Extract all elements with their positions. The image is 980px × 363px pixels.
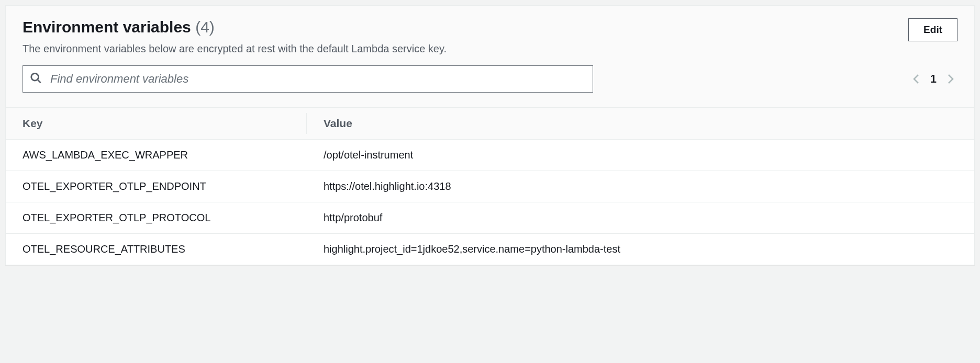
table-row[interactable]: OTEL_EXPORTER_OTLP_PROTOCOLhttp/protobuf bbox=[6, 202, 974, 234]
pagination: 1 bbox=[912, 72, 954, 86]
title-count: (4) bbox=[195, 18, 215, 36]
title-text: Environment variables bbox=[23, 18, 191, 36]
table-header: Key Value bbox=[6, 108, 974, 140]
search-input[interactable] bbox=[23, 65, 593, 93]
cell-value: http/protobuf bbox=[307, 202, 974, 233]
cell-key: OTEL_EXPORTER_OTLP_ENDPOINT bbox=[6, 171, 307, 202]
cell-key: OTEL_RESOURCE_ATTRIBUTES bbox=[6, 234, 307, 265]
table-row[interactable]: OTEL_EXPORTER_OTLP_ENDPOINThttps://otel.… bbox=[6, 171, 974, 202]
env-vars-panel: Environment variables (4) The environmen… bbox=[5, 5, 975, 265]
page-current: 1 bbox=[930, 72, 937, 86]
panel-header: Environment variables (4) The environmen… bbox=[6, 6, 974, 108]
table-body: AWS_LAMBDA_EXEC_WRAPPER/opt/otel-instrum… bbox=[6, 140, 974, 265]
panel-description: The environment variables below are encr… bbox=[23, 41, 447, 56]
cell-key: AWS_LAMBDA_EXEC_WRAPPER bbox=[6, 140, 307, 171]
controls-row: 1 bbox=[23, 65, 957, 93]
table-row[interactable]: OTEL_RESOURCE_ATTRIBUTEShighlight.projec… bbox=[6, 234, 974, 265]
page-prev-button[interactable] bbox=[912, 73, 921, 85]
cell-value: /opt/otel-instrument bbox=[307, 140, 974, 171]
cell-key: OTEL_EXPORTER_OTLP_PROTOCOL bbox=[6, 202, 307, 233]
cell-value: https://otel.highlight.io:4318 bbox=[307, 171, 974, 202]
page-next-button[interactable] bbox=[946, 73, 954, 85]
column-header-value[interactable]: Value bbox=[307, 108, 974, 139]
column-header-key[interactable]: Key bbox=[6, 108, 307, 139]
title-row: Environment variables (4) The environmen… bbox=[23, 18, 957, 56]
panel-title: Environment variables (4) bbox=[23, 18, 447, 36]
table-row[interactable]: AWS_LAMBDA_EXEC_WRAPPER/opt/otel-instrum… bbox=[6, 140, 974, 171]
cell-value: highlight.project_id=1jdkoe52,service.na… bbox=[307, 234, 974, 265]
title-block: Environment variables (4) The environmen… bbox=[23, 18, 447, 56]
search-wrap bbox=[23, 65, 593, 93]
edit-button[interactable]: Edit bbox=[908, 18, 957, 41]
